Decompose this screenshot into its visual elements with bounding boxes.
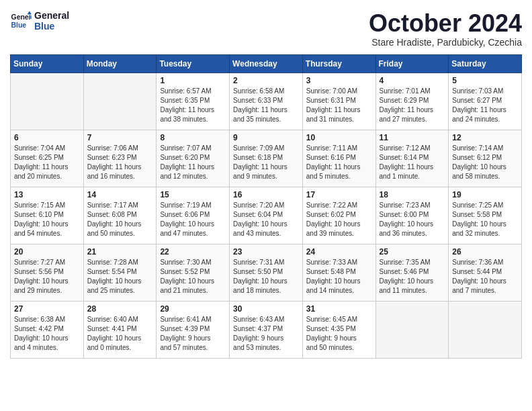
page-header: General Blue General Blue October 2024 S… bbox=[10, 10, 522, 48]
calendar-cell: 19Sunrise: 7:25 AM Sunset: 5:58 PM Dayli… bbox=[449, 187, 522, 244]
calendar-cell: 25Sunrise: 7:35 AM Sunset: 5:46 PM Dayli… bbox=[375, 244, 449, 301]
day-info: Sunrise: 7:23 AM Sunset: 6:00 PM Dayligh… bbox=[380, 201, 445, 238]
calendar-cell bbox=[449, 301, 522, 358]
day-info: Sunrise: 7:25 AM Sunset: 5:58 PM Dayligh… bbox=[452, 201, 518, 238]
day-info: Sunrise: 7:09 AM Sunset: 6:18 PM Dayligh… bbox=[233, 144, 299, 181]
calendar-cell: 14Sunrise: 7:17 AM Sunset: 6:08 PM Dayli… bbox=[83, 187, 157, 244]
calendar-cell: 16Sunrise: 7:20 AM Sunset: 6:04 PM Dayli… bbox=[230, 187, 303, 244]
day-number: 26 bbox=[452, 247, 518, 257]
logo-blue: Blue bbox=[34, 21, 69, 32]
day-header-monday: Monday bbox=[83, 54, 157, 73]
day-info: Sunrise: 7:07 AM Sunset: 6:20 PM Dayligh… bbox=[160, 144, 226, 181]
day-info: Sunrise: 7:06 AM Sunset: 6:23 PM Dayligh… bbox=[87, 144, 153, 181]
day-header-tuesday: Tuesday bbox=[157, 54, 230, 73]
calendar-cell: 18Sunrise: 7:23 AM Sunset: 6:00 PM Dayli… bbox=[375, 187, 449, 244]
day-info: Sunrise: 7:17 AM Sunset: 6:08 PM Dayligh… bbox=[87, 201, 153, 238]
day-number: 31 bbox=[306, 304, 372, 314]
day-number: 21 bbox=[87, 247, 153, 257]
calendar-cell: 3Sunrise: 7:00 AM Sunset: 6:31 PM Daylig… bbox=[302, 73, 375, 130]
day-info: Sunrise: 7:20 AM Sunset: 6:04 PM Dayligh… bbox=[233, 201, 299, 238]
calendar-cell: 22Sunrise: 7:30 AM Sunset: 5:52 PM Dayli… bbox=[157, 244, 230, 301]
day-info: Sunrise: 7:36 AM Sunset: 5:44 PM Dayligh… bbox=[452, 258, 518, 295]
logo-icon: General Blue bbox=[10, 10, 32, 32]
day-info: Sunrise: 7:30 AM Sunset: 5:52 PM Dayligh… bbox=[160, 258, 226, 295]
calendar-week-3: 13Sunrise: 7:15 AM Sunset: 6:10 PM Dayli… bbox=[11, 187, 522, 244]
calendar-cell: 30Sunrise: 6:43 AM Sunset: 4:37 PM Dayli… bbox=[230, 301, 303, 358]
day-number: 12 bbox=[452, 133, 518, 142]
day-info: Sunrise: 7:31 AM Sunset: 5:50 PM Dayligh… bbox=[233, 258, 299, 295]
day-number: 19 bbox=[452, 190, 518, 199]
day-info: Sunrise: 6:43 AM Sunset: 4:37 PM Dayligh… bbox=[233, 315, 299, 353]
day-info: Sunrise: 7:14 AM Sunset: 6:12 PM Dayligh… bbox=[452, 144, 518, 181]
calendar-cell: 28Sunrise: 6:40 AM Sunset: 4:41 PM Dayli… bbox=[83, 301, 157, 358]
calendar-header-row: SundayMondayTuesdayWednesdayThursdayFrid… bbox=[11, 54, 522, 73]
day-info: Sunrise: 6:40 AM Sunset: 4:41 PM Dayligh… bbox=[87, 315, 153, 353]
calendar-cell: 1Sunrise: 6:57 AM Sunset: 6:35 PM Daylig… bbox=[157, 73, 230, 130]
calendar-cell bbox=[11, 73, 84, 130]
day-header-wednesday: Wednesday bbox=[230, 54, 303, 73]
day-number: 16 bbox=[233, 190, 299, 199]
calendar-cell: 11Sunrise: 7:12 AM Sunset: 6:14 PM Dayli… bbox=[375, 130, 449, 187]
calendar-week-1: 1Sunrise: 6:57 AM Sunset: 6:35 PM Daylig… bbox=[11, 73, 522, 130]
day-info: Sunrise: 7:33 AM Sunset: 5:48 PM Dayligh… bbox=[306, 258, 372, 295]
day-info: Sunrise: 7:04 AM Sunset: 6:25 PM Dayligh… bbox=[14, 144, 80, 181]
calendar-week-2: 6Sunrise: 7:04 AM Sunset: 6:25 PM Daylig… bbox=[11, 130, 522, 187]
day-info: Sunrise: 7:35 AM Sunset: 5:46 PM Dayligh… bbox=[380, 258, 445, 295]
day-number: 25 bbox=[380, 247, 445, 257]
calendar-cell: 17Sunrise: 7:22 AM Sunset: 6:02 PM Dayli… bbox=[302, 187, 375, 244]
day-number: 11 bbox=[380, 133, 445, 142]
calendar-cell bbox=[375, 301, 449, 358]
day-info: Sunrise: 7:11 AM Sunset: 6:16 PM Dayligh… bbox=[306, 144, 372, 181]
day-info: Sunrise: 6:45 AM Sunset: 4:35 PM Dayligh… bbox=[306, 315, 372, 353]
calendar-cell: 5Sunrise: 7:03 AM Sunset: 6:27 PM Daylig… bbox=[449, 73, 522, 130]
day-header-saturday: Saturday bbox=[449, 54, 522, 73]
day-info: Sunrise: 6:41 AM Sunset: 4:39 PM Dayligh… bbox=[160, 315, 226, 353]
calendar-cell: 15Sunrise: 7:19 AM Sunset: 6:06 PM Dayli… bbox=[157, 187, 230, 244]
day-number: 13 bbox=[14, 190, 80, 199]
calendar-cell: 8Sunrise: 7:07 AM Sunset: 6:20 PM Daylig… bbox=[157, 130, 230, 187]
day-number: 14 bbox=[87, 190, 153, 199]
svg-marker-2 bbox=[28, 11, 32, 15]
calendar-cell: 7Sunrise: 7:06 AM Sunset: 6:23 PM Daylig… bbox=[83, 130, 157, 187]
calendar-cell: 13Sunrise: 7:15 AM Sunset: 6:10 PM Dayli… bbox=[11, 187, 84, 244]
calendar-cell: 29Sunrise: 6:41 AM Sunset: 4:39 PM Dayli… bbox=[157, 301, 230, 358]
day-number: 22 bbox=[160, 247, 226, 257]
calendar-cell: 4Sunrise: 7:01 AM Sunset: 6:29 PM Daylig… bbox=[375, 73, 449, 130]
calendar-cell: 6Sunrise: 7:04 AM Sunset: 6:25 PM Daylig… bbox=[11, 130, 84, 187]
day-number: 27 bbox=[14, 304, 80, 314]
day-info: Sunrise: 7:00 AM Sunset: 6:31 PM Dayligh… bbox=[306, 87, 372, 124]
day-info: Sunrise: 7:28 AM Sunset: 5:54 PM Dayligh… bbox=[87, 258, 153, 295]
day-number: 15 bbox=[160, 190, 226, 199]
logo-general: General bbox=[34, 10, 69, 21]
title-block: October 2024 Stare Hradiste, Pardubicky,… bbox=[369, 10, 522, 48]
day-info: Sunrise: 6:57 AM Sunset: 6:35 PM Dayligh… bbox=[160, 87, 226, 124]
day-number: 20 bbox=[14, 247, 80, 257]
day-number: 6 bbox=[14, 133, 80, 142]
day-number: 30 bbox=[233, 304, 299, 314]
day-number: 1 bbox=[160, 76, 226, 85]
day-info: Sunrise: 7:22 AM Sunset: 6:02 PM Dayligh… bbox=[306, 201, 372, 238]
day-header-sunday: Sunday bbox=[11, 54, 84, 73]
day-header-friday: Friday bbox=[375, 54, 449, 73]
calendar-cell: 23Sunrise: 7:31 AM Sunset: 5:50 PM Dayli… bbox=[230, 244, 303, 301]
calendar-week-4: 20Sunrise: 7:27 AM Sunset: 5:56 PM Dayli… bbox=[11, 244, 522, 301]
calendar-table: SundayMondayTuesdayWednesdayThursdayFrid… bbox=[10, 54, 522, 359]
day-info: Sunrise: 6:38 AM Sunset: 4:42 PM Dayligh… bbox=[14, 315, 80, 353]
day-number: 2 bbox=[233, 76, 299, 85]
calendar-cell: 21Sunrise: 7:28 AM Sunset: 5:54 PM Dayli… bbox=[83, 244, 157, 301]
day-info: Sunrise: 7:27 AM Sunset: 5:56 PM Dayligh… bbox=[14, 258, 80, 295]
day-number: 24 bbox=[306, 247, 372, 257]
logo: General Blue General Blue bbox=[10, 10, 69, 32]
month-title: October 2024 bbox=[369, 10, 522, 37]
calendar-cell: 20Sunrise: 7:27 AM Sunset: 5:56 PM Dayli… bbox=[11, 244, 84, 301]
day-number: 17 bbox=[306, 190, 372, 199]
day-number: 3 bbox=[306, 76, 372, 85]
calendar-cell: 26Sunrise: 7:36 AM Sunset: 5:44 PM Dayli… bbox=[449, 244, 522, 301]
day-number: 5 bbox=[452, 76, 518, 85]
day-info: Sunrise: 7:19 AM Sunset: 6:06 PM Dayligh… bbox=[160, 201, 226, 238]
day-number: 9 bbox=[233, 133, 299, 142]
calendar-cell: 31Sunrise: 6:45 AM Sunset: 4:35 PM Dayli… bbox=[302, 301, 375, 358]
day-info: Sunrise: 7:15 AM Sunset: 6:10 PM Dayligh… bbox=[14, 201, 80, 238]
day-number: 23 bbox=[233, 247, 299, 257]
calendar-cell: 27Sunrise: 6:38 AM Sunset: 4:42 PM Dayli… bbox=[11, 301, 84, 358]
